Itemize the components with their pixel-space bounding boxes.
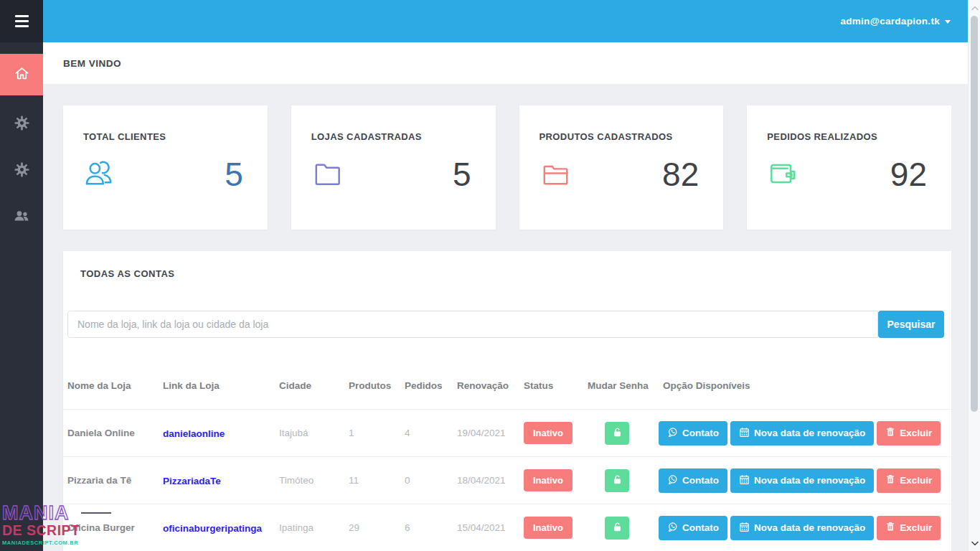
store-products: 29 [344, 522, 400, 533]
status-badge: Inativo [524, 517, 573, 539]
delete-button[interactable]: Excluir [877, 468, 941, 493]
table-row: Daniela Online danielaonline Itajubá 1 4… [63, 410, 951, 457]
contact-button[interactable]: Contato [659, 516, 727, 540]
renew-date-button[interactable]: Nova data de renovação [730, 468, 874, 493]
store-products: 11 [344, 475, 400, 486]
store-link[interactable]: oficinaburgeripatinga [163, 523, 262, 534]
col-header-opcoes: Opção Disponíveis [659, 380, 951, 391]
sidebar-item-home[interactable] [0, 54, 43, 95]
store-orders: 4 [400, 428, 453, 438]
stat-card-pedidos-realizados: PEDIDOS REALIZADOS 92 [747, 105, 951, 230]
row-actions: Contato [659, 421, 951, 446]
change-password-button[interactable] [605, 469, 629, 492]
welcome-bar: BEM VINDO [43, 42, 968, 84]
user-dropdown[interactable]: admin@cardapion.tk [840, 16, 951, 27]
whatsapp-icon [667, 522, 678, 534]
whatsapp-icon [667, 427, 678, 440]
row-actions: Contato [659, 468, 951, 493]
unlock-icon [612, 427, 623, 440]
stat-value: 92 [890, 158, 927, 191]
user-email: admin@cardapion.tk [840, 16, 940, 27]
trash-icon [885, 474, 895, 486]
stat-label: PEDIDOS REALIZADOS [767, 131, 931, 142]
chevron-down-icon [945, 20, 951, 24]
stat-card-produtos-cadastrados: PRODUTOS CADASTRADOS 82 [519, 105, 724, 230]
col-header-produtos: Produtos [344, 380, 400, 391]
topbar: admin@cardapion.tk [43, 0, 968, 42]
wallet-icon [767, 158, 800, 191]
stat-value: 5 [225, 158, 243, 191]
users-icon [13, 207, 30, 227]
store-orders: 0 [400, 475, 453, 486]
menu-toggle-button[interactable] [0, 0, 43, 42]
gear-icon [14, 161, 30, 181]
sidebar [0, 0, 43, 551]
store-city: Timóteo [275, 475, 344, 486]
change-password-button[interactable] [605, 422, 629, 445]
col-header-nome: Nome da Loja [63, 380, 159, 391]
calendar-icon [739, 474, 750, 487]
renew-date-button[interactable]: Nova data de renovação [730, 516, 874, 540]
row-actions: Contato [659, 516, 951, 540]
accounts-title: TODAS AS CONTAS [63, 251, 951, 279]
delete-button[interactable]: Excluir [877, 516, 941, 540]
vertical-scrollbar[interactable] [968, 0, 980, 551]
store-name: Oficina Burger [63, 522, 159, 533]
trash-icon [885, 522, 895, 534]
store-renewal: 19/04/2021 [453, 428, 519, 438]
store-orders: 6 [400, 522, 453, 533]
table-row: Oficina Burger oficinaburgeripatinga Ipa… [63, 504, 951, 551]
trash-icon [885, 427, 895, 439]
col-header-pedidos: Pedidos [400, 380, 453, 391]
stat-value: 82 [662, 158, 699, 191]
stat-cards: TOTAL CLIENTES 5 LOJAS CADASTRADAS [63, 105, 951, 230]
store-name: Pizzaria da Tê [63, 475, 159, 486]
calendar-icon [739, 522, 750, 534]
table-header-row: Nome da Loja Link da Loja Cidade Produto… [63, 362, 951, 410]
sidebar-item-settings-2[interactable] [0, 150, 43, 192]
scrollbar-thumb[interactable] [971, 16, 978, 412]
contact-button[interactable]: Contato [659, 421, 727, 446]
unlock-icon [612, 522, 623, 534]
store-renewal: 15/04/2021 [453, 522, 519, 533]
col-header-cidade: Cidade [275, 380, 344, 391]
store-products: 1 [344, 428, 400, 438]
col-header-mudar-senha: Mudar Senha [583, 380, 659, 391]
sidebar-item-settings[interactable] [0, 103, 43, 145]
contact-button[interactable]: Contato [659, 468, 727, 493]
stat-value: 5 [453, 158, 471, 191]
status-badge: Inativo [524, 469, 573, 491]
store-city: Itajubá [275, 428, 344, 438]
search-input[interactable] [67, 311, 878, 338]
store-link[interactable]: PizzariadaTe [163, 476, 221, 486]
col-header-status: Status [519, 380, 583, 391]
main-content: TOTAL CLIENTES 5 LOJAS CADASTRADAS [43, 84, 968, 551]
scroll-down-icon[interactable] [969, 537, 980, 549]
sidebar-item-users[interactable] [0, 197, 43, 238]
change-password-button[interactable] [605, 517, 629, 540]
stat-label: LOJAS CADASTRADAS [311, 131, 476, 142]
scroll-up-icon[interactable] [969, 2, 980, 14]
renew-date-button[interactable]: Nova data de renovação [730, 421, 874, 446]
folder-icon [311, 158, 344, 191]
stat-label: TOTAL CLIENTES [83, 131, 248, 142]
page-title: BEM VINDO [63, 58, 121, 69]
whatsapp-icon [667, 474, 678, 487]
users-outline-icon [83, 158, 117, 191]
stat-card-total-clientes: TOTAL CLIENTES 5 [63, 105, 268, 230]
unlock-icon [612, 474, 623, 487]
store-renewal: 18/04/2021 [453, 475, 519, 486]
store-name: Daniela Online [63, 428, 159, 438]
store-link[interactable]: danielaonline [163, 428, 225, 439]
accounts-table: Nome da Loja Link da Loja Cidade Produto… [63, 362, 951, 551]
status-badge: Inativo [524, 422, 573, 444]
delete-button[interactable]: Excluir [877, 421, 941, 446]
search-button[interactable]: Pesquisar [878, 311, 944, 338]
store-city: Ipatinga [275, 522, 344, 533]
folder-open-icon [540, 158, 573, 191]
col-header-renovacao: Renovação [453, 380, 519, 391]
stat-card-lojas-cadastradas: LOJAS CADASTRADAS 5 [291, 105, 496, 230]
accounts-panel: TODAS AS CONTAS Pesquisar Nome da Loja L… [63, 251, 951, 551]
table-row: Pizzaria da Tê PizzariadaTe Timóteo 11 0… [63, 457, 951, 504]
gear-icon [14, 115, 30, 134]
